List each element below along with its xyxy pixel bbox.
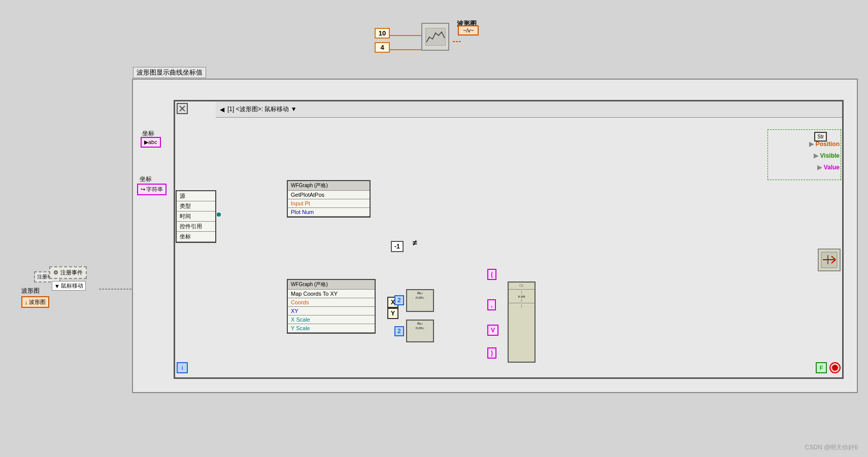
event-inputs-block: 源 类型 时间 控件引用 坐标 [176,190,216,243]
wfgraph-block-1: WFGraph (严格) GetPlotAtPos Input Pt Plot … [287,180,371,218]
wfgraph2-line2: Coords [288,298,375,307]
arrow-icon-string: ↪ [141,186,145,193]
v-box: V [487,325,498,336]
f-indicator: F [816,362,827,373]
dropdown-arrow: ▼ [54,283,60,289]
inner-frame: ◀ [1] <波形图>: 鼠标移动 ▼ 坐标 ▶abc 坐标 ↪ 字符串 源 类… [174,100,844,379]
waveform-ref-text: 波形图 [29,298,46,306]
register-label: 注册事件 [60,269,83,276]
waveform-ref-block: 波形图 ↓ 波形图 [21,287,49,308]
main-frame: 波形图显示曲线坐标值 ◀ [1] <波形图>: 鼠标移动 ▼ 坐标 ▶abc 坐… [132,79,858,393]
event-coord-row: 坐标 [177,232,215,242]
coord-string-label: 坐标 [140,175,152,184]
blue-2-box-1[interactable]: 2 [394,295,404,305]
teal-wire-dot [217,213,221,217]
wfgraph2-line3: XY [288,307,375,315]
stop-icon-inner [177,103,188,114]
red-dot [832,365,838,371]
y-output-box: Y [387,308,398,319]
num-format-block-x: #₂↓ n.nn↓ [406,289,434,312]
close-paren-box: ) [487,347,496,359]
waveform-ref-icon: ↓ [25,299,28,305]
x-icon [179,105,186,112]
event-type-row: 类型 [177,201,215,212]
wfgraph1-title: WFGraph (严格) [288,181,370,191]
register-icon: ⚙ [53,269,58,276]
waveform-chart-box [421,23,449,51]
string-label-text: 字符串 [146,186,163,193]
event-control-ref-row: 控件引用 [177,222,215,232]
event-source-row: 源 [177,191,215,201]
mouse-move-label: ▼ 鼠标移动 [52,281,86,291]
back-arrow-icon: ◀ [220,106,224,113]
open-paren-box: ( [487,269,496,280]
event-time-row: 时间 [177,212,215,222]
stop-button[interactable] [829,362,841,373]
exit-icon-right [818,249,841,271]
wfgraph1-line3: Plot Num [288,208,370,217]
coord-string-box: ↪ 字符串 [137,184,166,195]
exit-symbol [820,251,838,269]
comma-box: , [487,299,496,310]
minus-one-box: -1 [391,241,404,252]
event-selector-text: [1] <波形图>: 鼠标移动 ▼ [227,105,297,114]
chart-icon [425,28,446,46]
wfgraph2-line5: Y Scale [288,324,375,333]
blue-2-box-2[interactable]: 2 [394,326,404,336]
wfgraph2-line1: Map Coords To XY [288,290,375,298]
waveform-icon: ~/v~ [463,27,474,33]
mouse-move-text: 鼠标移动 [61,282,83,290]
not-equal-icon: ≠ [413,238,417,248]
wfgraph-block-2: WFGraph (严格) Map Coords To XY Coords XY … [287,279,376,334]
num-format-block-y: #₂↓ n.nn↓ [406,320,434,342]
output-dashed-box [767,129,841,180]
wfgraph1-line1: GetPlotAtPos [288,191,370,199]
waveform-indicator-top: ~/v~ [458,25,479,36]
num-input-10[interactable]: 10 [375,28,390,39]
string-build-block: □↓ ⋮ n.nn ↕ ⋮ [508,282,536,363]
wfgraph2-title: WFGraph (严格) [288,280,375,290]
event-selector-bar[interactable]: ◀ [1] <波形图>: 鼠标移动 ▼ [216,101,842,118]
num-input-4[interactable]: 4 [375,42,390,53]
coord-abc-box: ▶abc [141,137,161,148]
i-indicator: i [177,362,188,373]
svg-rect-26 [425,28,446,46]
register-event-node: ⚙ 注册事件 [49,266,87,279]
wfgraph2-line4: X Scale [288,315,375,324]
main-canvas: 10 4 波形图 ~/v~ 波形图显示曲线坐标值 ◀ [1] <波形图>: 鼠标… [0,0,868,457]
watermark: CSDN @明天你好6 [805,443,858,452]
wfgraph1-line2: Input Pt [288,199,370,208]
frame-title: 波形图显示曲线坐标值 [133,67,206,78]
